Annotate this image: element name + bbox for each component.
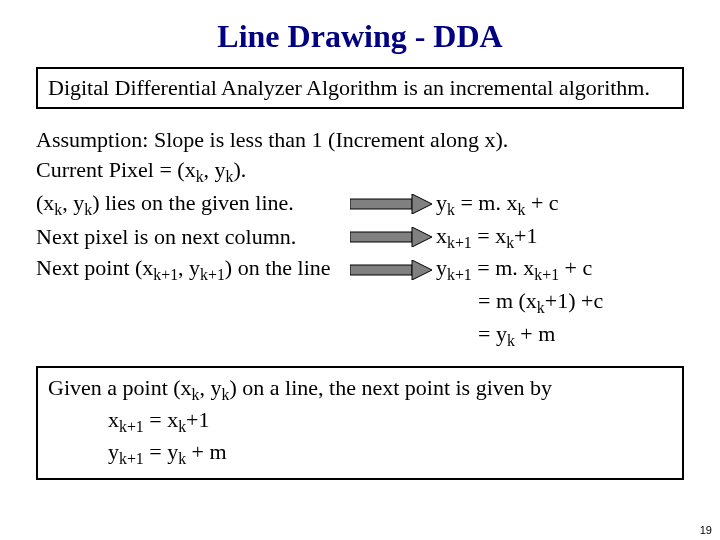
assumption-line: Assumption: Slope is less than 1 (Increm… [36,125,684,155]
text: = x [144,407,178,432]
subscript-k: k [84,201,92,218]
subscript-kp1: k+1 [447,267,472,284]
text: (x [36,190,54,215]
text: , y [204,157,226,182]
text: = m. x [472,255,535,280]
svg-marker-3 [412,227,432,247]
text: , y [62,190,84,215]
main-content: Assumption: Slope is less than 1 (Increm… [36,125,684,351]
next-point-row: Next point (xk+1, yk+1) on the line yk+1… [36,253,684,286]
text: ). [234,157,247,182]
svg-marker-5 [412,260,432,280]
subscript-kp1: k+1 [119,450,144,467]
right-text: yk+1 = m. xk+1 + c [436,253,684,286]
subscript-k: k [506,234,514,251]
text: = m. x [455,190,518,215]
text: Next point (x [36,255,153,280]
next-column-row: Next pixel is on next column. xk+1 = xk+… [36,221,684,254]
text: , y [178,255,200,280]
right-text: xk+1 = xk+1 [436,221,684,254]
subscript-k: k [226,168,234,185]
text: + c [559,255,592,280]
subscript-k: k [192,386,200,403]
text: , y [200,375,222,400]
slide-title: Line Drawing - DDA [0,18,720,55]
summary-intro: Given a point (xk, yk) on a line, the ne… [48,374,672,406]
text: +1) +c [545,288,603,313]
text: + c [525,190,558,215]
arrow [346,194,436,214]
subscript-k: k [447,201,455,218]
left-text: Next pixel is on next column. [36,222,346,252]
subscript-k: k [507,332,515,349]
text: = x [472,223,506,248]
derivation-line-2: = yk + m [478,319,684,352]
text: x [436,223,447,248]
current-pixel-line: Current Pixel = (xk, yk). [36,155,684,188]
text: = y [144,439,178,464]
summary-box: Given a point (xk, yk) on a line, the ne… [36,366,684,480]
svg-marker-1 [412,194,432,214]
left-text: Next point (xk+1, yk+1) on the line [36,253,346,286]
subscript-kp1: k+1 [119,418,144,435]
text: y [436,255,447,280]
text: + m [515,321,556,346]
arrow-icon [350,227,432,247]
text: y [436,190,447,215]
subscript-kp1: k+1 [534,267,559,284]
right-text: yk = m. xk + c [436,188,684,221]
text: y [108,439,119,464]
text: = m (x [478,288,537,313]
derivation-line-1: = m (xk+1) +c [478,286,684,319]
text: +1 [186,407,209,432]
text: = y [478,321,507,346]
text: ) lies on the given line. [92,190,294,215]
text: Current Pixel = (x [36,157,196,182]
text: + m [186,439,227,464]
arrow [346,260,436,280]
summary-eq-x: xk+1 = xk+1 [108,406,672,438]
svg-rect-2 [350,232,412,242]
subscript-k: k [196,168,204,185]
definition-box: Digital Differential Analyzer Algorithm … [36,67,684,109]
text: ) on a line, the next point is given by [229,375,552,400]
subscript-k: k [178,418,186,435]
text: Given a point (x [48,375,192,400]
page-number: 19 [700,524,712,536]
arrow-icon [350,260,432,280]
arrow-icon [350,194,432,214]
lies-on-line-row: (xk, yk) lies on the given line. yk = m.… [36,188,684,221]
text: +1 [514,223,537,248]
text: ) on the line [225,255,331,280]
subscript-kp1: k+1 [153,267,178,284]
svg-rect-4 [350,265,412,275]
subscript-k: k [178,450,186,467]
left-text: (xk, yk) lies on the given line. [36,188,346,221]
arrow [346,227,436,247]
subscript-kp1: k+1 [447,234,472,251]
text: x [108,407,119,432]
svg-rect-0 [350,199,412,209]
summary-eq-y: yk+1 = yk + m [108,438,672,470]
subscript-k: k [537,300,545,317]
subscript-kp1: k+1 [200,267,225,284]
